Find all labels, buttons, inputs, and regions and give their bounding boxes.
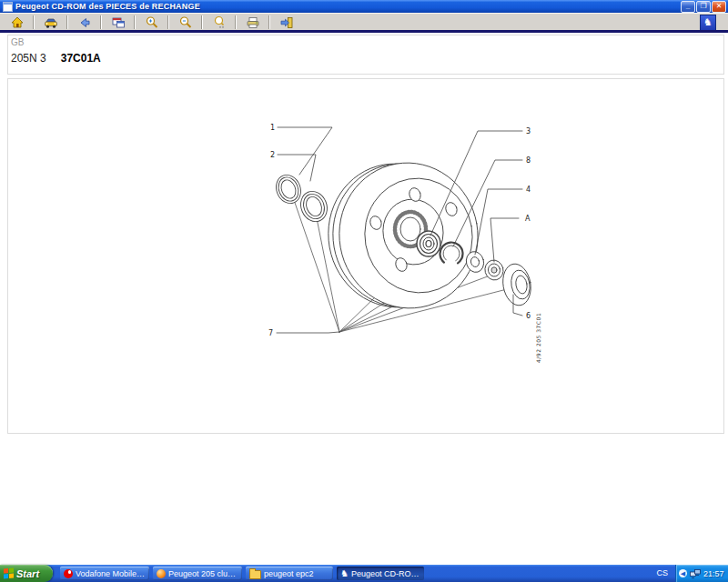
title-bar: Peugeot CD-ROM des PIECES de RECHANGE _ … [0, 0, 728, 13]
home-icon [10, 15, 25, 30]
vodafone-icon [64, 569, 73, 578]
back-button[interactable] [70, 14, 98, 31]
exit-door-icon [279, 15, 294, 30]
printer-icon [246, 15, 260, 30]
diagram-panel: 1 2 3 8 4 A 7 6 4/92 205 37C01 [7, 78, 724, 434]
search-button[interactable] [205, 14, 233, 31]
hub-cap [500, 262, 534, 308]
section-code: 37C01A [61, 52, 101, 65]
task-label: Vodafone Mobile Con... [76, 569, 146, 578]
peugeot-lion-button[interactable]: ♞ [700, 15, 716, 31]
callout-1[interactable]: 1 [270, 124, 275, 132]
window-title: Peugeot CD-ROM des PIECES de RECHANGE [15, 2, 200, 11]
language-indicator[interactable]: CS [656, 565, 668, 582]
folder-icon [249, 570, 261, 579]
exit-button[interactable] [272, 14, 300, 31]
vehicle-button[interactable] [36, 14, 65, 31]
app-icon [3, 2, 13, 12]
plate-codes: 205N 337C01A [11, 52, 101, 65]
peugeot-lion-icon: ♞ [340, 569, 349, 578]
close-button[interactable]: ✕ [712, 1, 726, 13]
task-label: peugeot epc2 [264, 569, 314, 578]
network-icon[interactable] [690, 569, 701, 578]
peugeot-lion-icon: ♞ [703, 16, 713, 27]
language-code: GB [11, 37, 24, 47]
task-label: Peugeot CD-ROM des... [351, 569, 420, 578]
zoom-out-button[interactable] [171, 14, 199, 31]
task-folder[interactable]: peugeot epc2 [246, 567, 333, 580]
restore-button[interactable]: ❐ [696, 1, 711, 13]
task-browser[interactable]: Peugeot 205 club • O... [153, 567, 242, 580]
windows-logo-icon [4, 567, 14, 578]
search-icon [212, 15, 227, 30]
zoom-in-button[interactable] [137, 14, 166, 31]
callout-A[interactable]: A [525, 215, 531, 223]
car-icon [44, 15, 58, 30]
window-icon [111, 15, 126, 30]
home-button[interactable] [3, 14, 31, 31]
callout-2[interactable]: 2 [270, 151, 275, 159]
minimize-button[interactable]: _ [681, 1, 695, 13]
callout-6[interactable]: 6 [526, 312, 531, 320]
task-peugeot-cdrom[interactable]: ♞ Peugeot CD-ROM des... [337, 567, 424, 580]
taskbar: Start Vodafone Mobile Con... Peugeot 205… [0, 565, 728, 582]
callout-3[interactable]: 3 [526, 127, 531, 135]
client-area: GB 205N 337C01A [0, 33, 728, 565]
zoom-in-icon [145, 15, 159, 30]
task-label: Peugeot 205 club • O... [168, 569, 238, 578]
seal-rings [272, 171, 331, 226]
callout-8[interactable]: 8 [526, 156, 531, 165]
plate-header-panel: GB 205N 337C01A [7, 35, 724, 75]
window-controls: _ ❐ ✕ [681, 1, 728, 13]
system-tray: ◀ 21:57 [675, 565, 728, 582]
start-button[interactable]: Start [0, 565, 53, 582]
print-button[interactable] [238, 14, 267, 31]
toolbar: ♞ [0, 13, 728, 31]
bearing [417, 231, 440, 256]
firefox-icon [157, 569, 166, 578]
clock[interactable]: 21:57 [703, 569, 724, 578]
brake-drum [317, 152, 489, 319]
task-vodafone[interactable]: Vodafone Mobile Con... [60, 567, 149, 580]
callout-4[interactable]: 4 [526, 186, 531, 194]
parts-diagram: 1 2 3 8 4 A 7 6 4/92 205 37C01 [8, 79, 723, 433]
chevron-left-icon[interactable]: ◀ [679, 569, 687, 577]
start-label: Start [16, 568, 39, 579]
windows-button[interactable] [104, 14, 132, 31]
callout-7[interactable]: 7 [268, 329, 273, 337]
back-arrow-icon [77, 15, 92, 30]
catalog-code: 205N 3 [11, 52, 46, 65]
zoom-out-icon [178, 15, 193, 30]
plate-reference-code: 4/92 205 37C01 [535, 313, 541, 363]
